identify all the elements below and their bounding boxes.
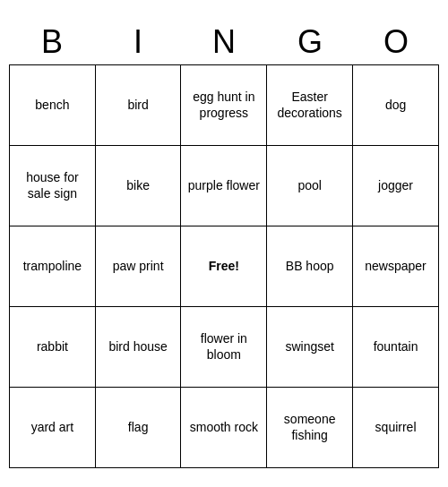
bingo-cell: house for sale sign <box>10 145 96 226</box>
grid-body: benchbirdegg hunt in progressEaster deco… <box>10 64 439 467</box>
bingo-cell: paw print <box>95 226 181 306</box>
header-letter: O <box>353 20 439 64</box>
table-row: yard artflagsmooth rocksomeone fishingsq… <box>10 387 439 467</box>
bingo-cell: squirrel <box>353 387 439 467</box>
bingo-cell: trampoline <box>10 226 96 306</box>
bingo-grid: benchbirdegg hunt in progressEaster deco… <box>9 64 439 468</box>
table-row: benchbirdegg hunt in progressEaster deco… <box>10 64 439 145</box>
bingo-cell: newspaper <box>353 226 439 306</box>
bingo-cell: fountain <box>353 306 439 387</box>
table-row: rabbitbird houseflower in bloomswingsetf… <box>10 306 439 387</box>
bingo-cell: swingset <box>267 306 353 387</box>
bingo-cell: flag <box>95 387 181 467</box>
bingo-cell: Easter decorations <box>267 64 353 145</box>
bingo-cell: dog <box>353 64 439 145</box>
header-letter: G <box>267 20 353 64</box>
bingo-cell: BB hoop <box>267 226 353 306</box>
table-row: house for sale signbikepurple flowerpool… <box>10 145 439 226</box>
bingo-cell: bike <box>95 145 181 226</box>
header-letter: I <box>95 20 181 64</box>
bingo-card: BINGO benchbirdegg hunt in progressEaste… <box>9 20 439 468</box>
bingo-cell: bench <box>10 64 96 145</box>
bingo-cell: Free! <box>181 226 267 306</box>
bingo-cell: purple flower <box>181 145 267 226</box>
bingo-cell: someone fishing <box>267 387 353 467</box>
bingo-cell: egg hunt in progress <box>181 64 267 145</box>
bingo-cell: jogger <box>353 145 439 226</box>
bingo-cell: rabbit <box>10 306 96 387</box>
bingo-cell: bird <box>95 64 181 145</box>
bingo-cell: flower in bloom <box>181 306 267 387</box>
bingo-cell: bird house <box>95 306 181 387</box>
table-row: trampolinepaw printFree!BB hoopnewspaper <box>10 226 439 306</box>
header-letter: N <box>181 20 267 64</box>
bingo-cell: smooth rock <box>181 387 267 467</box>
bingo-header: BINGO <box>9 20 439 64</box>
header-letter: B <box>9 20 95 64</box>
bingo-cell: yard art <box>10 387 96 467</box>
bingo-cell: pool <box>267 145 353 226</box>
